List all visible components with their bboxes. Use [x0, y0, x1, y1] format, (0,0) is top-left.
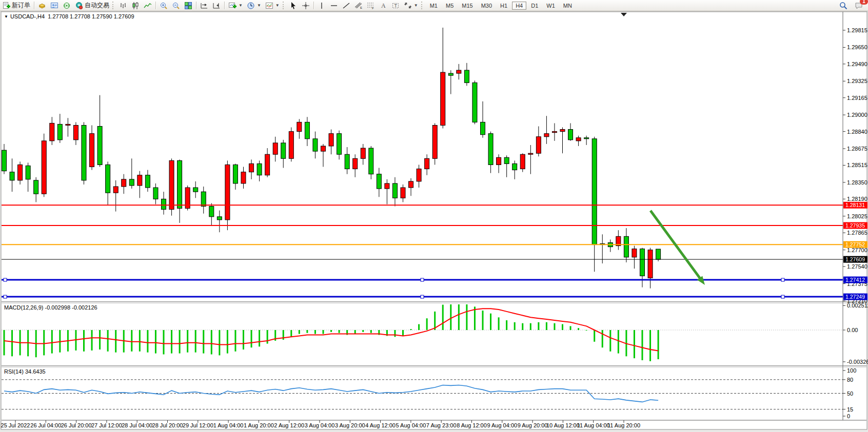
candle-body [504, 157, 509, 163]
main-toolbar: 新订单 自动交易 ▼ ▼ ▼ E F A T ▼ M1M5M15M30H1H4D… [0, 0, 868, 11]
price-line-badge-label: 1.27609 [845, 256, 865, 262]
candle-body [66, 124, 70, 125]
rsi-indicator-label: RSI(14) 34.6435 [4, 368, 46, 375]
chart-title-bar: ▼USDCAD-,H4 1.27708 1.27708 1.27590 1.27… [4, 13, 134, 19]
candle-body [313, 139, 318, 151]
arrows-icon [404, 2, 412, 10]
macd-histogram-bar [195, 330, 196, 353]
notifications-button[interactable]: 1 [853, 1, 865, 10]
new-chart-button[interactable]: ▼ [226, 1, 245, 10]
line-drag-handle[interactable] [421, 278, 424, 281]
horizontal-line-button[interactable] [328, 1, 340, 10]
cursor-button[interactable] [287, 1, 300, 10]
toolbar-separator [313, 2, 314, 9]
new-order-icon [2, 2, 10, 10]
macd-histogram-bar [115, 330, 116, 353]
timeframe-button-M30[interactable]: M30 [478, 2, 496, 10]
toolbar-gripper [421, 2, 425, 9]
zoom-out-button[interactable] [170, 1, 182, 10]
line-drag-handle[interactable] [781, 295, 784, 298]
toolbar-gripper [112, 2, 116, 9]
crosshair-button[interactable] [300, 1, 312, 10]
new-order-button[interactable]: 新订单 [0, 1, 32, 10]
candle-body [568, 130, 573, 140]
candle-body [225, 164, 230, 219]
price-tick-label: 1.29000 [847, 112, 867, 118]
new-order-label: 新订单 [12, 1, 30, 10]
macd-histogram-bar [203, 330, 204, 354]
timeframe-button-W1[interactable]: W1 [543, 2, 559, 10]
auto-trading-label: 自动交易 [85, 1, 109, 10]
line-drag-handle[interactable] [4, 295, 7, 298]
candle-body [592, 139, 597, 245]
toolbar-gripper [283, 2, 286, 9]
time-tick-label: 3 Aug 04:00 [305, 422, 335, 428]
timeframe-button-M15[interactable]: M15 [458, 2, 476, 10]
line-drag-handle[interactable] [4, 278, 7, 281]
text-button[interactable]: A [377, 1, 389, 10]
macd-histogram-bar [482, 311, 484, 330]
fibonacci-button[interactable]: F [365, 1, 377, 10]
period-button[interactable]: ▼ [245, 1, 263, 10]
crosshair-icon [302, 2, 310, 10]
candle-body [472, 83, 477, 122]
trendline-button[interactable] [340, 1, 352, 10]
line-drag-handle[interactable] [421, 295, 424, 298]
price-tick-label: 1.28675 [847, 146, 867, 152]
macd-histogram-bar [578, 328, 579, 330]
candle-body [10, 172, 14, 180]
price-tick-label: 1.27865 [847, 230, 867, 236]
candle-body [481, 122, 485, 134]
macd-histogram-bar [179, 330, 181, 354]
line-drag-handle[interactable] [781, 278, 784, 281]
price-line-badge-label: 1.27752 [845, 241, 865, 248]
candlestick-chart-button[interactable] [129, 1, 142, 10]
profiles-button[interactable] [36, 1, 48, 10]
timeframe-button-H4[interactable]: H4 [512, 2, 526, 10]
bar-chart-button[interactable] [117, 1, 129, 10]
signals-button[interactable] [61, 1, 73, 10]
candle-body [385, 183, 389, 189]
timeframe-button-D1[interactable]: D1 [527, 2, 542, 10]
line-chart-button[interactable] [142, 1, 154, 10]
time-tick-label: 27 Jul 12:00 [91, 422, 122, 428]
chart-collapse-icon[interactable]: ▼ [4, 14, 8, 19]
market-watch-button[interactable] [48, 1, 61, 10]
arrows-button[interactable]: ▼ [402, 1, 420, 10]
macd-histogram-bar [498, 317, 500, 330]
timeframe-button-M5[interactable]: M5 [442, 2, 457, 10]
zoom-in-icon [160, 2, 168, 10]
price-line-badge-label: 1.28131 [845, 202, 865, 208]
chart-autoscroll-button[interactable] [210, 1, 223, 10]
macd-histogram-bar [267, 330, 268, 344]
chart-autoscroll-icon [212, 2, 221, 10]
time-tick-label: 1 Aug 20:00 [244, 422, 274, 428]
zoom-out-icon [172, 2, 180, 10]
macd-histogram-bar [139, 330, 141, 352]
candle-body [544, 134, 549, 137]
macd-histogram-bar [594, 330, 595, 342]
macd-histogram-bar [554, 323, 555, 330]
macd-histogram-bar [442, 305, 444, 330]
timeframe-button-MN[interactable]: MN [560, 2, 576, 10]
candle-body [520, 154, 525, 169]
chart-shift-button[interactable] [198, 1, 210, 10]
auto-trading-button[interactable]: 自动交易 [73, 1, 111, 10]
label-button[interactable]: T [389, 1, 402, 10]
chart-canvas[interactable]: 1.298151.296501.294901.293251.291651.290… [0, 0, 868, 432]
macd-histogram-bar [458, 304, 460, 330]
tile-windows-button[interactable] [182, 1, 194, 10]
timeframe-button-M1[interactable]: M1 [426, 2, 441, 10]
candle-body [401, 188, 405, 198]
auto-trading-icon [75, 2, 83, 10]
vertical-line-button[interactable] [315, 1, 328, 10]
template-button[interactable]: ▼ [263, 1, 282, 10]
search-button[interactable] [837, 1, 850, 10]
channel-button[interactable]: E [352, 1, 365, 10]
candle-body [648, 250, 653, 278]
zoom-in-button[interactable] [157, 1, 170, 10]
candle-body [392, 183, 397, 198]
timeframe-button-H1[interactable]: H1 [497, 2, 511, 10]
time-tick-label: 28 Jul 20:00 [152, 422, 183, 428]
price-tick-label: 1.28840 [847, 129, 867, 135]
